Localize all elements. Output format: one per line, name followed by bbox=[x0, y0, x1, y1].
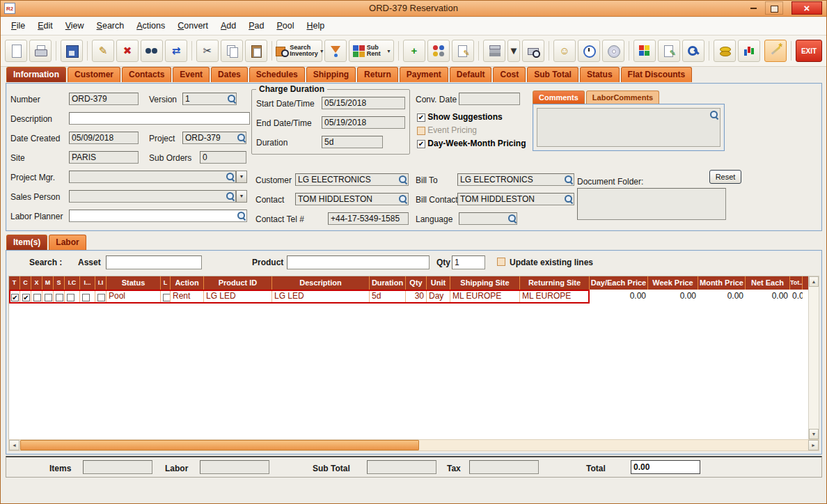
cell-week_price[interactable]: 0.00 bbox=[648, 290, 698, 304]
menu-convert[interactable]: Convert bbox=[171, 20, 214, 31]
column-header-t[interactable]: T bbox=[9, 276, 20, 290]
toolbar-button-new-document[interactable] bbox=[5, 40, 27, 62]
column-header-tot[interactable]: Tot... bbox=[790, 276, 803, 290]
menu-file[interactable]: File bbox=[5, 20, 31, 31]
row-checkbox[interactable] bbox=[33, 294, 41, 301]
sales-person-dropdown-button[interactable] bbox=[236, 190, 247, 203]
tab-comments[interactable]: Comments bbox=[533, 90, 585, 104]
dwm-pricing-checkbox[interactable] bbox=[417, 140, 425, 148]
menu-help[interactable]: Help bbox=[301, 20, 331, 31]
version-lookup-icon[interactable] bbox=[227, 94, 236, 103]
cell-shipping_site[interactable]: ML EUROPE bbox=[450, 290, 520, 304]
conv-date-field[interactable] bbox=[459, 93, 520, 105]
sales-person-lookup-icon[interactable] bbox=[226, 191, 235, 200]
toolbar-button-note-edit[interactable] bbox=[658, 40, 680, 62]
toolbar-button-add[interactable]: + bbox=[403, 40, 425, 62]
tab-sub-total[interactable]: Sub Total bbox=[527, 67, 578, 82]
toolbar-button-copy[interactable] bbox=[221, 40, 243, 62]
column-header-action[interactable]: Action bbox=[171, 276, 204, 290]
tab-information[interactable]: Information bbox=[6, 67, 66, 82]
project-lookup-icon[interactable] bbox=[237, 133, 246, 142]
toolbar-button-stack-arrow[interactable]: ▼ bbox=[507, 40, 520, 62]
column-header-i[interactable]: I... bbox=[80, 276, 95, 290]
start-date-field[interactable]: 05/15/2018 bbox=[322, 97, 405, 109]
toolbar-button-paste[interactable] bbox=[245, 40, 267, 62]
column-header-qty[interactable]: Qty bbox=[406, 276, 427, 290]
menu-edit[interactable]: Edit bbox=[31, 20, 59, 31]
tab-default[interactable]: Default bbox=[450, 67, 492, 82]
cell-action[interactable]: Rent bbox=[171, 290, 204, 304]
toolbar-button-print[interactable] bbox=[29, 40, 52, 62]
column-header-dayeachprice[interactable]: Day/Each Price bbox=[590, 276, 648, 290]
toolbar-button-history[interactable] bbox=[578, 40, 600, 62]
column-header-ic[interactable]: I.C bbox=[65, 276, 80, 290]
cell-month_price[interactable]: 0.00 bbox=[698, 290, 746, 304]
column-header-c[interactable]: C bbox=[20, 276, 31, 290]
column-header-x[interactable]: X bbox=[31, 276, 42, 290]
bill-contact-lookup-icon[interactable] bbox=[564, 194, 573, 203]
row-checkbox[interactable] bbox=[97, 294, 105, 301]
scroll-down-button[interactable] bbox=[809, 429, 819, 439]
scroll-up-button[interactable] bbox=[809, 276, 819, 287]
minimize-button[interactable] bbox=[744, 1, 762, 15]
column-header-m[interactable]: M bbox=[42, 276, 54, 290]
event-pricing-checkbox[interactable] bbox=[417, 127, 425, 135]
tab-labor[interactable]: Labor bbox=[49, 235, 86, 250]
tab-cost[interactable]: Cost bbox=[493, 67, 526, 82]
close-button[interactable] bbox=[791, 1, 822, 15]
toolbar-button-find[interactable] bbox=[141, 40, 163, 62]
cell-tot[interactable]: 0.00 bbox=[790, 290, 803, 304]
toolbar-button-smiley[interactable]: ☺ bbox=[553, 40, 576, 62]
row-flag-cell-t[interactable] bbox=[9, 290, 20, 304]
menu-pool[interactable]: Pool bbox=[271, 20, 301, 31]
language-lookup-icon[interactable] bbox=[507, 214, 517, 223]
sub-orders-field[interactable]: 0 bbox=[200, 151, 246, 164]
row-checkbox[interactable] bbox=[163, 294, 171, 301]
project-mgr-dropdown-button[interactable] bbox=[236, 171, 247, 183]
cell-product_id[interactable]: LG LED bbox=[204, 290, 272, 304]
tab-laborcomments[interactable]: LaborComments bbox=[586, 90, 659, 104]
duration-field[interactable]: 5d bbox=[322, 136, 383, 148]
column-header-l[interactable]: L bbox=[161, 276, 171, 290]
project-mgr-lookup-icon[interactable] bbox=[226, 172, 235, 181]
toolbar-button-cube[interactable] bbox=[633, 40, 656, 62]
comments-lookup-icon[interactable] bbox=[709, 110, 718, 119]
row-checkbox[interactable] bbox=[67, 294, 74, 301]
toolbar-button-pour[interactable] bbox=[324, 40, 347, 62]
comments-text-area[interactable] bbox=[537, 108, 720, 147]
site-field[interactable]: PARIS bbox=[69, 151, 139, 164]
menu-actions[interactable]: Actions bbox=[130, 20, 171, 31]
cell-description[interactable]: LG LED bbox=[272, 290, 370, 304]
bill-to-lookup-icon[interactable] bbox=[564, 175, 573, 184]
customer-field[interactable]: LG ELECTRONICS bbox=[295, 173, 409, 186]
row-checkbox[interactable] bbox=[22, 294, 30, 301]
column-header-status[interactable]: Status bbox=[107, 276, 161, 290]
tab-status[interactable]: Status bbox=[580, 67, 620, 82]
project-mgr-field[interactable] bbox=[69, 171, 236, 183]
toolbar-button-edit-note[interactable] bbox=[452, 40, 474, 62]
tab-event[interactable]: Event bbox=[173, 67, 210, 82]
cell-net_each[interactable]: 0.00 bbox=[746, 290, 790, 304]
scroll-left-button[interactable] bbox=[9, 440, 19, 450]
cell-qty[interactable]: 30 bbox=[406, 290, 427, 304]
toolbar-button-edit[interactable]: ✎ bbox=[92, 40, 114, 62]
labor-planner-field[interactable] bbox=[69, 210, 247, 222]
toolbar-button-key[interactable] bbox=[682, 40, 704, 62]
toolbar-button-save[interactable] bbox=[61, 40, 83, 62]
asset-input[interactable] bbox=[106, 255, 202, 269]
row-flag-cell-s[interactable] bbox=[54, 290, 65, 304]
bill-to-field[interactable]: LG ELECTRONICS bbox=[457, 173, 574, 186]
column-header-unit[interactable]: Unit bbox=[427, 276, 450, 290]
toolbar-button-sub-rent[interactable]: Sub Rent bbox=[349, 40, 394, 62]
tab-schedules[interactable]: Schedules bbox=[249, 67, 305, 82]
row-flag-cell-ii[interactable] bbox=[95, 290, 107, 304]
maximize-button[interactable] bbox=[765, 1, 783, 15]
update-existing-lines-checkbox[interactable] bbox=[497, 258, 505, 266]
horizontal-scrollbar[interactable] bbox=[8, 439, 819, 451]
column-header-productid[interactable]: Product ID bbox=[204, 276, 272, 290]
column-header-monthprice[interactable]: Month Price bbox=[698, 276, 746, 290]
row-checkbox[interactable] bbox=[11, 294, 19, 301]
cell-unit[interactable]: Day bbox=[427, 290, 450, 304]
tab-shipping[interactable]: Shipping bbox=[306, 67, 356, 82]
toolbar-button-cd[interactable] bbox=[602, 40, 624, 62]
